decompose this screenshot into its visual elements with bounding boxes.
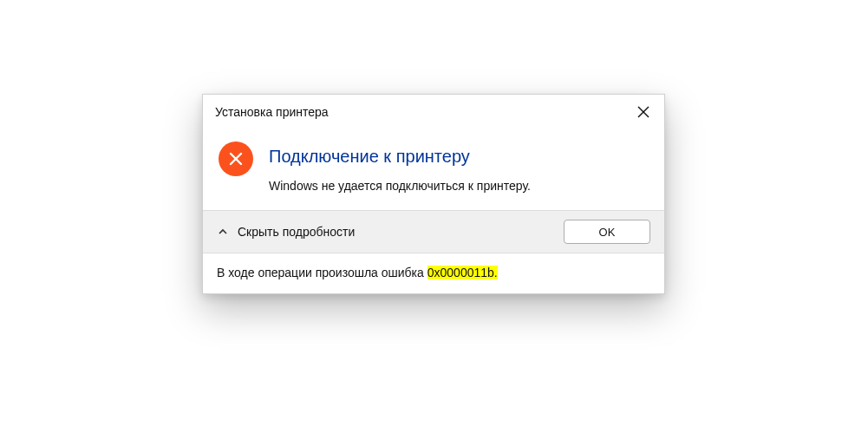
ok-button-label: OK xyxy=(599,226,616,239)
dialog-message: Windows не удается подключиться к принте… xyxy=(269,179,649,193)
dialog-body: Подключение к принтеру Windows не удаетс… xyxy=(203,129,664,210)
details-prefix: В ходе операции произошла ошибка xyxy=(217,266,427,279)
error-badge xyxy=(219,141,253,176)
close-icon xyxy=(637,106,649,118)
error-x-icon xyxy=(228,151,244,167)
details-panel: В ходе операции произошла ошибка 0x00000… xyxy=(203,253,664,293)
error-dialog: Установка принтера Подключение к принтер xyxy=(202,94,665,294)
message-column: Подключение к принтеру Windows не удаетс… xyxy=(253,141,649,193)
close-button[interactable] xyxy=(626,95,661,129)
icon-column xyxy=(219,141,253,193)
details-suffix: . xyxy=(494,266,498,279)
window-title: Установка принтера xyxy=(215,105,329,119)
dialog-footer: Скрыть подробности OK xyxy=(203,210,664,253)
error-code: 0x0000011b xyxy=(427,266,494,279)
dialog-heading: Подключение к принтеру xyxy=(269,147,649,167)
details-toggle-label: Скрыть подробности xyxy=(238,225,355,239)
chevron-up-icon xyxy=(217,226,229,238)
viewport: Установка принтера Подключение к принтер xyxy=(0,0,868,434)
details-toggle[interactable]: Скрыть подробности xyxy=(217,225,355,239)
titlebar: Установка принтера xyxy=(203,95,664,129)
ok-button[interactable]: OK xyxy=(564,220,650,244)
